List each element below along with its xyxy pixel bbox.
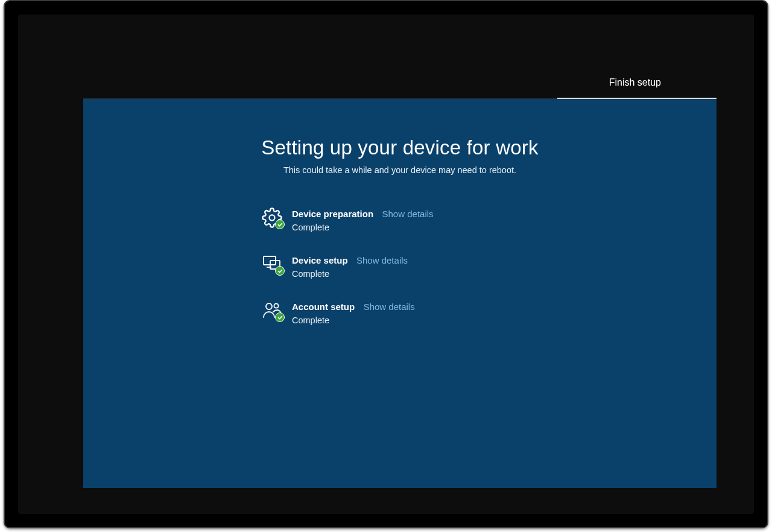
svg-point-4 <box>266 303 272 309</box>
show-details-link[interactable]: Show details <box>364 302 415 312</box>
step-title: Account setup <box>292 302 355 312</box>
step-status: Complete <box>292 315 415 327</box>
svg-point-0 <box>269 215 274 220</box>
step-title: Device setup <box>292 255 348 265</box>
step-device-preparation: Device preparation Show details Complete <box>262 207 575 233</box>
page-title: Setting up your device for work <box>83 136 717 159</box>
finish-setup-label[interactable]: Finish setup <box>609 77 661 88</box>
checkmark-icon <box>275 312 285 322</box>
step-status: Complete <box>292 222 434 234</box>
steps-list: Device preparation Show details Complete <box>262 207 575 326</box>
step-account-setup: Account setup Show details Complete <box>262 300 575 326</box>
step-text: Device preparation Show details Complete <box>292 207 434 233</box>
show-details-link[interactable]: Show details <box>382 209 434 219</box>
step-text: Device setup Show details Complete <box>292 254 408 280</box>
people-icon <box>262 300 286 321</box>
checkmark-icon <box>275 220 285 229</box>
show-details-link[interactable]: Show details <box>356 255 408 265</box>
step-text: Account setup Show details Complete <box>292 300 415 326</box>
devices-icon <box>262 254 286 274</box>
oobe-panel: Setting up your device for work This cou… <box>83 99 717 488</box>
topbar: Finish setup <box>83 67 717 99</box>
step-device-setup: Device setup Show details Complete <box>262 254 575 280</box>
step-title: Device preparation <box>292 209 373 219</box>
tablet-inner: Finish setup Setting up your device for … <box>18 14 754 514</box>
tablet-frame: Finish setup Setting up your device for … <box>4 0 768 528</box>
step-status: Complete <box>292 268 408 280</box>
svg-point-5 <box>274 304 278 308</box>
gear-icon <box>262 207 286 228</box>
screen: Finish setup Setting up your device for … <box>83 67 717 488</box>
page-subtitle: This could take a while and your device … <box>83 165 717 175</box>
checkmark-icon <box>275 266 285 276</box>
